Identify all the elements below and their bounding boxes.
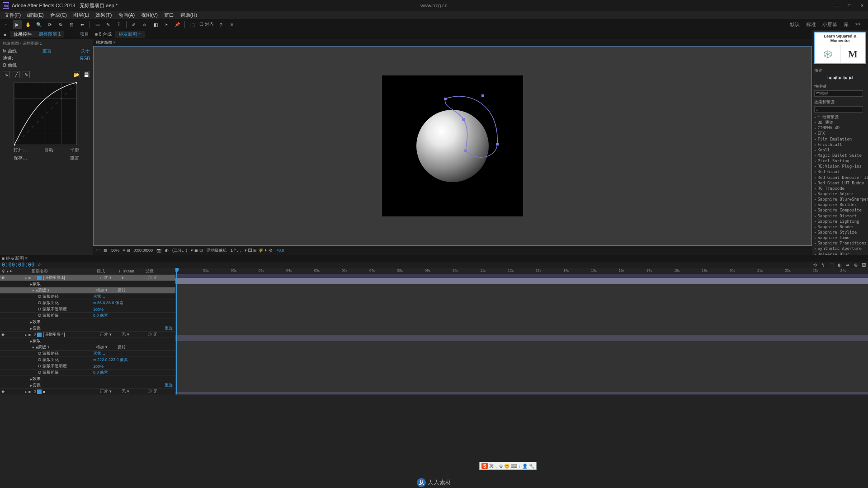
- prev-frame-icon[interactable]: ◀I: [833, 75, 837, 80]
- menu-view[interactable]: 视图(V): [138, 12, 160, 19]
- goto-start-icon[interactable]: I◀: [827, 75, 832, 80]
- effects-list-item[interactable]: ▸Sapphire Time: [814, 235, 866, 240]
- rotation-tool-icon[interactable]: ↻: [56, 20, 65, 29]
- ime-i4[interactable]: ⌨: [511, 464, 517, 469]
- viewer-snapshot-icon[interactable]: 📷: [156, 248, 161, 253]
- menu-composition[interactable]: 合成(C): [47, 12, 70, 19]
- effects-list-item[interactable]: ▸Red Giant: [814, 169, 866, 174]
- ime-toolbar[interactable]: S 英 ·, ⊕ 😊 ⌨ ↓ 👤 🔧: [479, 462, 537, 470]
- effects-list-item[interactable]: ▸Red Giant Denoiser II: [814, 175, 866, 180]
- brush-tool-icon[interactable]: ✐: [129, 20, 138, 29]
- timeline-row[interactable]: ▸蒙版: [0, 281, 175, 287]
- minimize-button[interactable]: —: [834, 3, 840, 8]
- ime-i3[interactable]: 😊: [504, 464, 509, 469]
- timeline-track[interactable]: [175, 310, 868, 316]
- viewer-channel-icon[interactable]: ◐: [165, 248, 169, 253]
- timeline-track[interactable]: [175, 366, 868, 373]
- timeline-track[interactable]: [175, 373, 868, 379]
- composition-canvas[interactable]: [382, 75, 523, 216]
- timeline-track[interactable]: [175, 284, 868, 291]
- timeline-row[interactable]: ▸变换重置: [0, 382, 175, 388]
- maximize-button[interactable]: □: [846, 3, 853, 8]
- rect-tool-icon[interactable]: ▭: [93, 20, 102, 29]
- timeline-layer-list[interactable]: ⚲ ⬥ ● 图层名称 模式 T TrkMat 父级 👁▸ ■1[调整图层 1]正…: [0, 268, 175, 394]
- effects-list-item[interactable]: ▸CINEMA 4D: [814, 125, 866, 131]
- timeline-track[interactable]: [175, 392, 868, 394]
- menu-edit[interactable]: 编辑(E): [24, 12, 47, 19]
- workspace-library[interactable]: 库: [844, 21, 849, 28]
- workspace-small[interactable]: 小屏幕: [822, 21, 837, 28]
- curve-tool-linear-icon[interactable]: ╱: [13, 71, 20, 78]
- timeline-row[interactable]: Ö 蒙版羽化∞ 222.0,222.0 像素: [0, 357, 175, 363]
- pen-tool-icon[interactable]: ✎: [104, 20, 113, 29]
- viewer-tab-prefix[interactable]: ■ 6 合成: [95, 31, 112, 38]
- viewer-exposure[interactable]: +0.0: [276, 248, 284, 253]
- timeline-row[interactable]: 👁▸ ■3■正常 ▾无 ▾◎ 无: [0, 388, 175, 394]
- timeline-row[interactable]: ▸蒙版: [0, 338, 175, 344]
- timeline-row[interactable]: Ö 蒙版不透明度100%: [0, 363, 175, 369]
- playhead[interactable]: [176, 268, 177, 394]
- timeline-track[interactable]: [175, 354, 868, 360]
- timeline-search-icon[interactable]: ⌕: [38, 262, 44, 268]
- panel-tab-layer[interactable]: 调整图层 1: [35, 31, 64, 38]
- menu-window[interactable]: 窗口: [161, 12, 177, 19]
- workspace-standard[interactable]: 标准: [806, 21, 816, 28]
- tl-icon-2[interactable]: ↯: [820, 262, 826, 268]
- tl-icon-7[interactable]: 🖾: [861, 262, 867, 268]
- curve-prop[interactable]: Ö 曲线: [3, 62, 17, 69]
- viewer-canvas[interactable]: [93, 46, 812, 246]
- viewer-zoom[interactable]: 50%: [111, 248, 119, 253]
- curve-tool-open-icon[interactable]: 📂: [73, 71, 80, 78]
- menu-help[interactable]: 帮助(H): [178, 12, 200, 19]
- timeline-track[interactable]: [175, 278, 868, 284]
- curve-tool-save-icon[interactable]: 💾: [83, 71, 90, 78]
- effects-list-item[interactable]: ▸EFX: [814, 131, 866, 136]
- effects-list-item[interactable]: ▸Red Giant LUT Buddy: [814, 180, 866, 186]
- panel-tab-lock[interactable]: ■: [0, 32, 10, 37]
- timeline-track[interactable]: [175, 303, 868, 310]
- effects-list[interactable]: ▸* 动画预设▸3D 通道▸CINEMA 4D▸EFX▸Film Emulati…: [812, 113, 868, 255]
- goto-end-icon[interactable]: ▶I: [849, 75, 854, 80]
- curve-reset-button[interactable]: 重置: [70, 155, 79, 161]
- effects-list-item[interactable]: ▸Sapphire Composite: [814, 207, 866, 213]
- tl-icon-4[interactable]: ◐: [836, 262, 843, 268]
- selection-tool-icon[interactable]: ▶: [13, 20, 22, 29]
- effects-list-item[interactable]: ▸Universe Blur: [814, 252, 866, 255]
- timeline-row[interactable]: Ö 蒙版扩展0.0 像素: [0, 369, 175, 375]
- next-frame-icon[interactable]: I▶: [843, 75, 848, 80]
- viewer-res-icon[interactable]: ▾ ⊞: [123, 248, 130, 253]
- tl-icon-5[interactable]: ⬌: [844, 262, 851, 268]
- curve-tool-pencil-icon[interactable]: ✎: [23, 71, 30, 78]
- timeline-row[interactable]: Ö 蒙版路径形状…: [0, 350, 175, 357]
- viewer-tab-comp[interactable]: 纯灰新图 ≡: [115, 31, 145, 38]
- snap-opt2-icon[interactable]: ✕: [227, 20, 236, 29]
- timeline-row[interactable]: Ö 蒙版羽化∞ 86.0,86.0 像素: [0, 300, 175, 306]
- curve-auto-button[interactable]: 自动: [44, 147, 53, 153]
- channel-dropdown[interactable]: RGB: [80, 56, 90, 61]
- effects-list-item[interactable]: ▸Knoll: [814, 147, 866, 153]
- effects-list-item[interactable]: ▸Magic Bullet Suite: [814, 153, 866, 158]
- timeline-row[interactable]: Ö 蒙版路径形状…: [0, 293, 175, 300]
- effects-list-item[interactable]: ▸RE:Vision Plug-ins: [814, 164, 866, 169]
- home-tool-icon[interactable]: ⌂: [2, 20, 11, 29]
- ime-i7[interactable]: 🔧: [529, 464, 534, 469]
- effects-search[interactable]: ⌕: [814, 106, 863, 113]
- clone-tool-icon[interactable]: ⎌: [140, 20, 149, 29]
- viewer-region-icon[interactable]: ▾ ▣ ⊡: [191, 248, 203, 253]
- timeline-tracks[interactable]: 01s02s03s04s05s06s07s08s09s10s11s12s13s1…: [175, 268, 868, 394]
- localaxis-icon[interactable]: ⬚: [188, 20, 197, 29]
- timeline-row[interactable]: Ö 蒙版不透明度100%: [0, 306, 175, 312]
- close-button[interactable]: ×: [859, 3, 865, 8]
- timeline-row[interactable]: ▸效果: [0, 319, 175, 325]
- ime-i1[interactable]: ·,: [495, 464, 498, 469]
- text-tool-icon[interactable]: T: [114, 20, 123, 29]
- curve-smooth-button[interactable]: 平滑: [70, 147, 79, 153]
- effects-list-item[interactable]: ▸Sapphire Adjust: [814, 191, 866, 197]
- timeline-track[interactable]: [175, 379, 868, 385]
- timeline-track[interactable]: [175, 385, 868, 392]
- timeline-track[interactable]: [175, 341, 868, 347]
- viewer-camera[interactable]: 活动摄像机: [207, 248, 227, 253]
- timeline-track[interactable]: [175, 297, 868, 303]
- tl-icon-1[interactable]: ⟲: [812, 262, 818, 268]
- timeline-timecode[interactable]: 0:00:00:00: [0, 262, 36, 268]
